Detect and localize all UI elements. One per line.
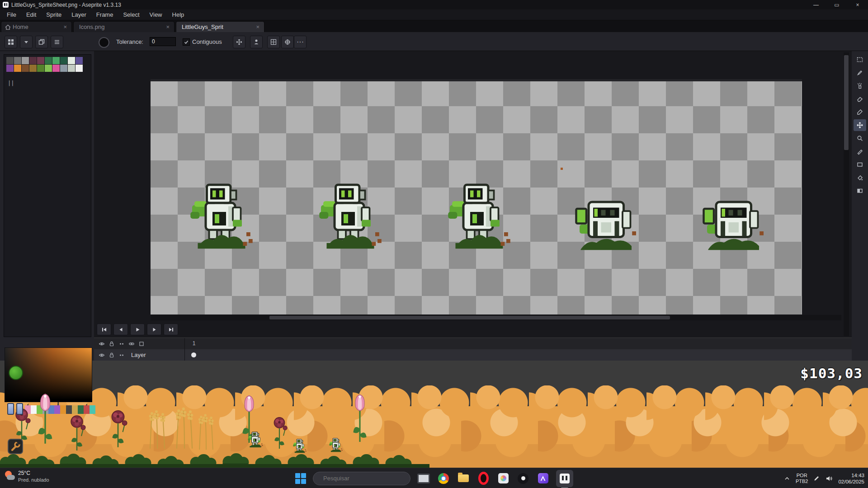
paint-bucket-tool-icon[interactable] [854,172,866,183]
minimize-button[interactable]: — [806,0,826,9]
palette-swatch[interactable] [60,57,67,64]
menu-item[interactable]: Frame [91,10,118,19]
tab-close-icon[interactable]: × [62,23,68,30]
symmetry-icon[interactable] [281,36,294,48]
layer-name[interactable]: Layer [131,352,146,358]
weather-widget[interactable]: 25°C Pred. nublado [5,470,49,483]
start-button[interactable] [295,473,307,484]
pencil-tool-icon[interactable] [854,67,866,79]
tab-close-icon[interactable]: × [255,23,260,30]
volume-icon[interactable] [826,475,833,482]
sprite-canvas[interactable] [151,79,802,314]
palette-presets-button[interactable] [20,36,33,48]
chrome-icon[interactable] [437,472,450,485]
pixel-grid-icon[interactable] [267,36,280,48]
palette-swatch[interactable] [52,57,60,64]
contiguous-checkbox[interactable] [183,38,190,46]
eyedropper-tool-icon[interactable] [854,106,866,118]
gradient-tool-icon[interactable] [854,185,866,197]
layer-continuous-icon[interactable] [117,351,127,359]
palette-menu-button[interactable] [51,36,63,48]
palette-copy-button[interactable] [35,36,48,48]
layer-visibility-icon[interactable] [97,351,107,359]
palette-swatch[interactable] [14,65,21,72]
palette-swatch[interactable] [22,65,29,72]
slice-tool-icon[interactable] [854,145,866,157]
aseprite-taskbar-icon[interactable] [556,470,573,487]
brush-preview-icon[interactable] [99,37,109,48]
visibility-column-icon[interactable] [97,340,107,348]
overflow-menu-icon[interactable]: ··· [294,36,307,48]
pen-icon[interactable] [813,475,820,482]
next-frame-button[interactable] [147,324,161,335]
palette-swatch[interactable] [22,57,29,64]
layer-lock-icon[interactable] [107,351,117,359]
opera-icon[interactable] [476,472,490,485]
palette-swatch[interactable] [14,57,21,64]
palette-swatch[interactable] [6,65,14,72]
menu-item[interactable]: Edit [21,10,41,19]
palette-swatch[interactable] [68,65,75,72]
palette-swatch[interactable] [6,57,14,64]
play-button[interactable] [130,324,145,335]
first-frame-button[interactable] [97,324,111,335]
purple-app-icon[interactable] [536,472,550,485]
expand-timeline-icon[interactable] [137,340,146,348]
pause-button[interactable] [7,403,25,415]
menu-item[interactable]: Sprite [41,10,66,19]
horizontal-scrollbar[interactable] [151,315,841,320]
stamp-mode-icon[interactable] [250,36,263,48]
clock[interactable]: 14:43 02/06/2025 [838,472,864,485]
tolerance-input[interactable] [150,37,176,46]
menu-item[interactable]: View [145,10,167,19]
eraser-tool-icon[interactable] [854,93,866,105]
layer-row[interactable]: Layer [94,349,852,361]
palette-swatch[interactable] [52,65,60,72]
palette-swatch[interactable] [29,57,37,64]
menu-item[interactable]: Layer [66,10,91,19]
tab-littleguys-spritesheet[interactable]: LittleGuys_Sprit × [176,21,264,32]
palette-sort-button[interactable] [5,36,17,48]
horizontal-scrollbar-thumb[interactable] [269,316,670,319]
palette-swatch[interactable] [37,65,44,72]
link-cels-icon[interactable] [127,340,137,348]
lock-column-icon[interactable] [107,340,117,348]
zoom-tool-icon[interactable] [854,132,866,144]
previous-frame-button[interactable] [113,324,128,335]
vertical-scrollbar-thumb[interactable] [844,55,849,150]
palette-swatch[interactable] [75,65,83,72]
vertical-scrollbar[interactable] [844,52,849,336]
menu-item[interactable]: Help [167,10,189,19]
tab-icons-png[interactable]: Icons.png × [73,21,175,32]
palette-swatch[interactable] [37,57,44,64]
file-explorer-icon[interactable] [457,472,470,485]
task-view-icon[interactable] [417,472,430,485]
palette-swatch[interactable] [45,65,52,72]
foreground-color-indicator[interactable] [9,366,23,380]
maximize-button[interactable]: ▭ [826,0,847,9]
search-box[interactable] [313,472,410,485]
palette-swatch[interactable] [60,65,67,72]
menu-item[interactable]: File [2,10,21,19]
last-frame-button[interactable] [164,324,178,335]
close-button[interactable]: × [847,0,868,9]
marquee-tool-icon[interactable] [854,54,866,66]
photos-icon[interactable] [496,472,510,485]
spray-tool-icon[interactable] [854,80,866,92]
settings-button[interactable] [8,439,23,454]
search-input[interactable] [322,474,404,482]
palette-swatch[interactable] [45,57,52,64]
palette-swatch[interactable] [75,57,83,64]
game-app-icon[interactable] [516,472,530,485]
continuous-column-icon[interactable] [117,340,127,348]
pixel-connectivity-icon[interactable] [233,36,245,48]
rectangle-tool-icon[interactable] [854,159,866,170]
palette-swatch[interactable] [29,65,37,72]
tab-home[interactable]: Home × [1,21,72,32]
hidden-icons-chevron[interactable] [784,475,790,482]
frame-number[interactable]: 1 [186,340,202,347]
tab-close-icon[interactable]: × [165,23,170,30]
cel-indicator[interactable] [191,352,196,357]
menu-item[interactable]: Select [118,10,144,19]
palette-swatch[interactable] [68,57,75,64]
